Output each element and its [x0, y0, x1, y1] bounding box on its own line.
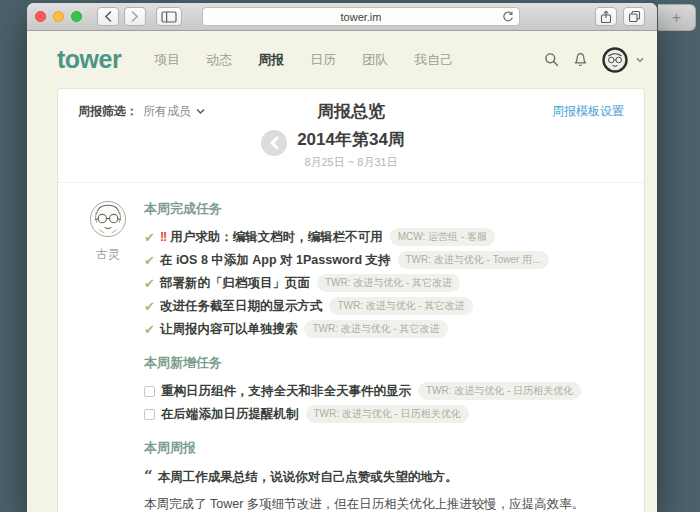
section-title-weekly: 本周周报: [144, 439, 624, 457]
unchecked-checkbox[interactable]: [144, 386, 155, 397]
check-icon: ✔: [144, 253, 155, 268]
nav-item-activity[interactable]: 动态: [206, 51, 232, 69]
check-icon: ✔: [144, 276, 155, 291]
nav-item-myself[interactable]: 我自己: [414, 51, 453, 69]
chevron-left-icon: [269, 136, 280, 150]
task-title[interactable]: 部署新的「归档项目」页面: [160, 276, 310, 291]
notifications-bell-icon[interactable]: [573, 52, 588, 67]
previous-week-button[interactable]: [261, 130, 287, 156]
nav-item-projects[interactable]: 项目: [154, 51, 180, 69]
nav-item-calendar[interactable]: 日历: [310, 51, 336, 69]
task-tag: MCW: 运营组 - 客服: [390, 228, 495, 246]
address-bar[interactable]: tower.im: [202, 7, 520, 26]
chevron-down-icon: [196, 108, 205, 115]
card-header: 周报总览 周报筛选： 所有成员 周报模板设置 2014年第34周: [58, 89, 644, 183]
weekly-report-card: 周报总览 周报筛选： 所有成员 周报模板设置 2014年第34周: [57, 88, 645, 512]
task-row: ✔ 部署新的「归档项目」页面 TWR: 改进与优化 - 其它改进: [144, 274, 624, 292]
task-title[interactable]: 重构日历组件，支持全天和非全天事件的显示: [161, 384, 411, 399]
share-icon: [600, 10, 612, 24]
task-tag: TWR: 改进与优化 - 其它改进: [304, 320, 447, 338]
account-menu-caret-icon[interactable]: [636, 57, 644, 63]
background-new-tab-button[interactable]: +: [658, 4, 696, 31]
history-buttons: [97, 7, 146, 26]
task-tag: TWR: 改进与优化 - Tower 用...: [398, 251, 549, 269]
check-icon: ✔: [144, 299, 155, 314]
forward-button[interactable]: [124, 7, 146, 26]
check-icon: ✔: [144, 230, 155, 245]
report-content: 本周完成任务 ✔ !! 用户求助：编辑文档时，编辑栏不可用 MCW: 运营组 -…: [144, 197, 624, 512]
plus-icon: +: [672, 9, 681, 27]
show-tabs-button[interactable]: [623, 7, 645, 26]
reload-button[interactable]: [502, 11, 514, 23]
traffic-lights: [35, 11, 82, 22]
browser-toolbar: tower.im: [27, 3, 657, 31]
user-avatar[interactable]: [602, 47, 628, 73]
nav-item-weekly-report[interactable]: 周报: [258, 51, 284, 69]
task-row: 在后端添加日历提醒机制 TWR: 改进与优化 - 日历相关优化: [144, 405, 624, 423]
author-avatar[interactable]: [89, 200, 127, 238]
report-question: “本周工作成果总结，说说你对自己点赞或失望的地方。: [144, 468, 624, 485]
task-title[interactable]: 让周报内容可以单独搜索: [160, 322, 298, 337]
sidebar-icon: [161, 11, 177, 23]
section-title-completed: 本周完成任务: [144, 200, 624, 218]
share-button[interactable]: [595, 7, 617, 26]
report-filter: 周报筛选： 所有成员: [78, 103, 205, 120]
close-button[interactable]: [35, 11, 46, 22]
week-date-range: 8月25日 ~ 8月31日: [78, 155, 624, 170]
week-title: 2014年第34周: [78, 128, 624, 151]
report-body: 古灵 本周完成任务 ✔ !! 用户求助：编辑文档时，编辑栏不可用 MCW: 运营…: [58, 183, 644, 512]
task-tag: TWR: 改进与优化 - 日历相关优化: [306, 405, 469, 423]
url-text: tower.im: [341, 11, 382, 23]
quote-icon: “: [144, 467, 153, 485]
author-column: 古灵: [72, 197, 144, 512]
template-settings-link[interactable]: 周报模板设置: [552, 103, 624, 120]
section-title-added: 本周新增任务: [144, 354, 624, 372]
chevron-right-icon: [131, 11, 139, 22]
author-name[interactable]: 古灵: [96, 246, 120, 263]
task-row: ✔ 改进任务截至日期的显示方式 TWR: 改进与优化 - 其它改进: [144, 297, 624, 315]
fullscreen-button[interactable]: [71, 11, 82, 22]
report-answer: 本周完成了 Tower 多项细节改进，但在日历相关优化上推进较慢，应提高效率。: [144, 496, 624, 512]
task-title[interactable]: 在 iOS 8 中添加 App 对 1Password 支持: [160, 253, 391, 268]
task-row: ✔ 在 iOS 8 中添加 App 对 1Password 支持 TWR: 改进…: [144, 251, 624, 269]
check-icon: ✔: [144, 322, 155, 337]
site-header: tower 项目 动态 周报 日历 团队 我自己: [27, 31, 657, 88]
task-title[interactable]: 改进任务截至日期的显示方式: [160, 299, 323, 314]
member-filter-dropdown[interactable]: 所有成员: [143, 103, 205, 120]
filter-label: 周报筛选：: [78, 103, 138, 120]
header-actions: [544, 47, 644, 73]
task-tag: TWR: 改进与优化 - 其它改进: [329, 297, 472, 315]
tabs-icon: [628, 10, 641, 23]
unchecked-checkbox[interactable]: [144, 409, 155, 420]
task-row: ✔ 让周报内容可以单独搜索 TWR: 改进与优化 - 其它改进: [144, 320, 624, 338]
task-row: ✔ !! 用户求助：编辑文档时，编辑栏不可用 MCW: 运营组 - 客服: [144, 228, 624, 246]
back-button[interactable]: [97, 7, 119, 26]
minimize-button[interactable]: [53, 11, 64, 22]
task-title[interactable]: 在后端添加日历提醒机制: [161, 407, 299, 422]
sidebar-toggle-button[interactable]: [156, 7, 182, 26]
tower-logo[interactable]: tower: [57, 45, 121, 74]
reload-icon: [502, 11, 514, 23]
task-row: 重构日历组件，支持全天和非全天事件的显示 TWR: 改进与优化 - 日历相关优化: [144, 382, 624, 400]
chevron-left-icon: [104, 11, 112, 22]
nav-item-team[interactable]: 团队: [362, 51, 388, 69]
screenshot-root: { "browser": { "address": "tower.im" }, …: [0, 0, 700, 512]
browser-window: tower.im tower 项目 动态 周报 日历 团队 我自己: [27, 3, 657, 512]
urgent-icon: !!: [160, 230, 166, 245]
search-icon[interactable]: [544, 52, 559, 67]
week-navigator: 2014年第34周 8月25日 ~ 8月31日: [78, 128, 624, 170]
main-nav: 项目 动态 周报 日历 团队 我自己: [154, 51, 453, 69]
task-tag: TWR: 改进与优化 - 其它改进: [317, 274, 460, 292]
task-tag: TWR: 改进与优化 - 日历相关优化: [418, 382, 581, 400]
task-title[interactable]: 用户求助：编辑文档时，编辑栏不可用: [170, 230, 383, 245]
